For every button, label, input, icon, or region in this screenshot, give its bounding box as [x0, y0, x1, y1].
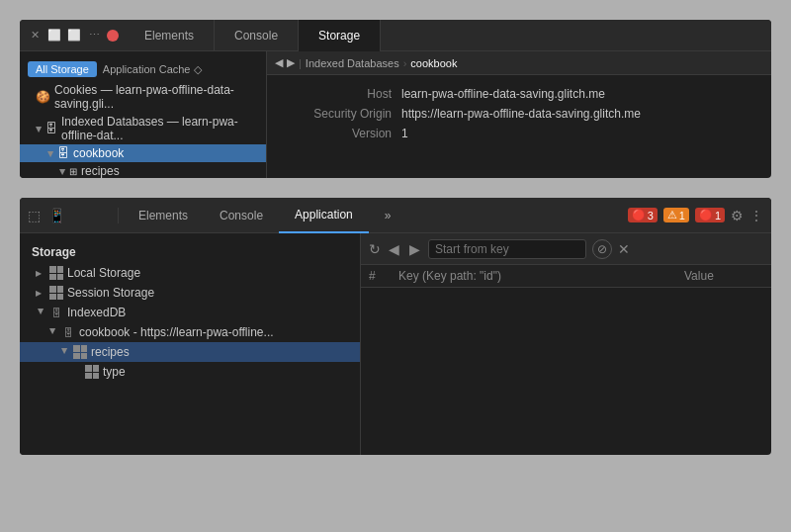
bc-cookbook[interactable]: cookbook [410, 57, 457, 69]
version-label: Version [283, 127, 401, 140]
tab-elements-bottom[interactable]: Elements [123, 198, 204, 233]
error-count-2: 1 [715, 210, 721, 222]
cookbook-db-icon: 🗄 [61, 325, 75, 339]
all-storage-button[interactable]: All Storage [28, 61, 97, 77]
warning-count: 1 [679, 210, 685, 222]
indexed-db-icon: 🗄 [45, 122, 57, 135]
type-bottom-label: type [103, 365, 126, 379]
dock-icon[interactable]: ⬜ [47, 29, 61, 43]
settings-icon[interactable]: ⋯ [87, 29, 101, 43]
close-icon[interactable]: ✕ [28, 29, 42, 43]
session-storage-label: Session Storage [67, 286, 154, 300]
cookbook-bottom-item[interactable]: ▶ 🗄 cookbook - https://learn-pwa-offline… [20, 322, 360, 342]
settings-gear-icon[interactable]: ⚙ [731, 208, 744, 223]
clear-icon[interactable]: ⊘ [592, 239, 612, 259]
bottom-content-area: Storage ▶ Local Storage ▶ Session Storag… [20, 233, 771, 455]
error-badge [107, 30, 119, 42]
security-origin-value: https://learn-pwa-offline-data-saving.gl… [401, 107, 641, 121]
indexed-db-item[interactable]: ▶ 🗄 Indexed Databases — learn-pwa-offlin… [20, 113, 266, 144]
cookbook-bottom-label: cookbook - https://learn-pwa-offline... [79, 325, 274, 339]
expand-recipes-icon: ▶ [60, 347, 69, 357]
bottom-toolbar: ⬚ 📱 Elements Console Application » 🔴 3 ⚠… [20, 198, 771, 233]
app-cache-button[interactable]: Application Cache ◇ [103, 63, 202, 76]
nav-fwd-icon[interactable]: ▶ [287, 56, 295, 69]
expand-cookbook-icon: ▶ [48, 327, 57, 337]
tab-console-bottom[interactable]: Console [204, 198, 279, 233]
security-origin-label: Security Origin [283, 107, 401, 121]
bottom-toolbar-left: ⬚ 📱 [20, 208, 119, 223]
expand-icon: ▶ [35, 126, 44, 132]
top-tab-list: Elements Console Storage [125, 20, 381, 51]
prev-page-icon[interactable]: ◀ [387, 241, 401, 257]
expand-indexeddb-icon: ▶ [37, 308, 45, 317]
tab-application-bottom[interactable]: Application [279, 198, 369, 233]
main-toolbar: ↻ ◀ ▶ ⊘ ✕ [361, 233, 771, 265]
error-icon-2: 🔴 [699, 209, 713, 222]
top-main-content: ◀ ▶ | Indexed Databases › cookbook Host … [267, 51, 771, 178]
error-icon-1: 🔴 [632, 209, 646, 222]
bottom-toolbar-right: 🔴 3 ⚠ 1 🔴 1 ⚙ ⋮ [620, 208, 771, 223]
col-value-header: Value [684, 269, 763, 283]
nav-back-icon[interactable]: ◀ [275, 56, 283, 69]
start-from-key-input[interactable] [428, 239, 586, 259]
next-page-icon[interactable]: ▶ [407, 241, 422, 257]
bottom-main-content: ↻ ◀ ▶ ⊘ ✕ # Key (Key path: "id") Value [361, 233, 771, 455]
local-storage-label: Local Storage [67, 266, 140, 280]
error-count-1: 3 [648, 210, 654, 222]
bottom-sidebar: Storage ▶ Local Storage ▶ Session Storag… [20, 233, 361, 455]
split-icon[interactable]: ⬜ [67, 29, 81, 43]
top-content-area: All Storage Application Cache ◇ 🍪 Cookie… [20, 51, 771, 178]
indexed-db-bottom-label: IndexedDB [67, 306, 126, 319]
host-row: Host learn-pwa-offline-data-saving.glitc… [283, 87, 755, 101]
host-value: learn-pwa-offline-data-saving.glitch.me [401, 87, 605, 101]
top-sidebar: All Storage Application Cache ◇ 🍪 Cookie… [20, 51, 267, 178]
recipes-item[interactable]: ▶ ⊞ recipes [20, 162, 266, 178]
close-main-icon[interactable]: ✕ [618, 241, 630, 257]
cookies-icon: 🍪 [36, 90, 50, 104]
warning-icon: ⚠ [667, 209, 677, 222]
refresh-icon[interactable]: ↻ [369, 241, 381, 257]
recipes-bottom-label: recipes [91, 345, 130, 359]
cookies-item[interactable]: 🍪 Cookies — learn-pwa-offline-data-savin… [20, 81, 266, 113]
indexed-db-bottom-item[interactable]: ▶ 🗄 IndexedDB [20, 303, 360, 322]
tab-console-top[interactable]: Console [215, 20, 299, 51]
cookbook-item[interactable]: ▶ 🗄 cookbook [20, 144, 266, 162]
tab-more[interactable]: » [369, 198, 407, 233]
version-value: 1 [401, 127, 408, 140]
recipes-label: recipes [81, 164, 120, 178]
expand-session-icon: ▶ [36, 289, 45, 298]
storage-grid-icon [49, 266, 63, 280]
session-grid-icon [49, 286, 63, 300]
cursor-icon[interactable]: ⬚ [28, 208, 41, 223]
bottom-tab-list: Elements Console Application » [119, 198, 620, 233]
breadcrumb: ◀ ▶ | Indexed Databases › cookbook [267, 51, 771, 75]
device-icon[interactable]: 📱 [48, 208, 65, 223]
bottom-devtools-panel: ⬚ 📱 Elements Console Application » 🔴 3 ⚠… [20, 198, 771, 455]
warning-badge: ⚠ 1 [663, 208, 689, 222]
cookies-label: Cookies — learn-pwa-offline-data-saving.… [54, 83, 258, 111]
recipes-bottom-item[interactable]: ▶ recipes [20, 342, 360, 362]
more-options-icon[interactable]: ⋮ [749, 208, 763, 223]
type-grid-icon [85, 365, 99, 379]
db-icon: 🗄 [49, 306, 63, 319]
tab-elements-top[interactable]: Elements [125, 20, 215, 51]
error-badge-2: 🔴 1 [695, 208, 725, 222]
session-storage-item[interactable]: ▶ Session Storage [20, 283, 360, 303]
host-label: Host [283, 87, 401, 101]
storage-bar: All Storage Application Cache ◇ [20, 57, 266, 81]
security-origin-row: Security Origin https://learn-pwa-offlin… [283, 107, 755, 121]
indexed-db-label: Indexed Databases — learn-pwa-offline-da… [61, 115, 258, 142]
type-bottom-item[interactable]: type [20, 362, 360, 382]
cookbook-label: cookbook [73, 146, 124, 160]
top-devtools-panel: ✕ ⬜ ⬜ ⋯ Elements Console Storage All Sto… [20, 20, 771, 178]
table-header: # Key (Key path: "id") Value [361, 265, 771, 288]
col-key-header: Key (Key path: "id") [398, 269, 684, 283]
bc-indexed-db[interactable]: Indexed Databases [306, 57, 399, 69]
top-toolbar: ✕ ⬜ ⬜ ⋯ Elements Console Storage [20, 20, 771, 51]
local-storage-item[interactable]: ▶ Local Storage [20, 263, 360, 283]
storage-section-title: Storage [20, 241, 360, 263]
recipes-icon: ⊞ [69, 166, 77, 177]
cookbook-icon: 🗄 [57, 146, 69, 160]
recipes-grid-icon [73, 345, 87, 359]
tab-storage-top[interactable]: Storage [299, 20, 381, 51]
